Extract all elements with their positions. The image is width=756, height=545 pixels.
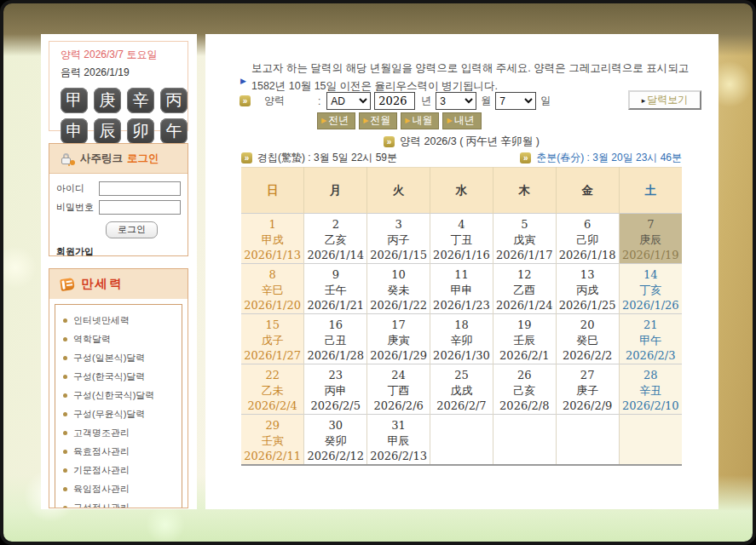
calendar-cell-8[interactable]: 8辛巳2026/1/20 bbox=[241, 264, 304, 314]
calendar-cell-19[interactable]: 19壬辰2026/2/1 bbox=[493, 314, 556, 364]
day-number: 21 bbox=[620, 318, 682, 333]
login-header: 사주링크 로그인 bbox=[49, 144, 188, 174]
day-number: 24 bbox=[367, 368, 430, 383]
day-lunar-date: 2026/2/6 bbox=[367, 399, 430, 414]
calendar-cell-18[interactable]: 18辛卯2026/1/30 bbox=[430, 314, 493, 364]
menu-item-5[interactable]: 구성(무윤식)달력 bbox=[63, 404, 182, 423]
menu-item-8[interactable]: 기문점사관리 bbox=[63, 461, 182, 479]
calendar-cell-17[interactable]: 17庚寅2026/1/29 bbox=[367, 314, 430, 364]
calendar-cell-14[interactable]: 14丁亥2026/1/26 bbox=[619, 264, 682, 314]
day-number: 31 bbox=[367, 418, 430, 433]
day-number: 9 bbox=[304, 267, 366, 283]
day-header-4: 木 bbox=[493, 168, 556, 214]
calendar-cell-7[interactable]: 7庚辰2026/1/19 bbox=[619, 214, 682, 264]
day-lunar-date: 2026/2/10 bbox=[620, 399, 682, 414]
calendar-cell-15[interactable]: 15戊子2026/1/27 bbox=[241, 314, 304, 364]
calendar-cell-31[interactable]: 31甲辰2026/2/13 bbox=[367, 415, 430, 466]
day-number: 28 bbox=[620, 368, 682, 383]
calendar-cell-5[interactable]: 5戊寅2026/1/17 bbox=[493, 214, 556, 264]
lock-icon bbox=[61, 152, 73, 165]
bullet-icon bbox=[63, 412, 67, 416]
nav-button-2[interactable]: ▶내월 bbox=[401, 112, 439, 129]
menu-item-label: 구성점사관리 bbox=[73, 502, 130, 509]
day-header-2: 火 bbox=[367, 168, 430, 214]
calendar-cell-2[interactable]: 2乙亥2026/1/14 bbox=[304, 214, 367, 264]
day-ganzhi: 壬午 bbox=[304, 283, 366, 298]
calendar-cell-6[interactable]: 6己卯2026/1/18 bbox=[556, 214, 619, 264]
menu-item-label: 역학달력 bbox=[73, 333, 111, 346]
month-unit-label: 월 bbox=[481, 94, 491, 108]
day-ganzhi: 辛丑 bbox=[620, 383, 682, 399]
day-lunar-date: 2026/2/2 bbox=[557, 348, 619, 364]
bullet-icon bbox=[63, 356, 67, 360]
calendar-cell-12[interactable]: 12乙酉2026/1/24 bbox=[493, 264, 556, 314]
calendar-cell-10[interactable]: 10癸未2026/1/22 bbox=[367, 264, 430, 314]
calendar-cell-empty bbox=[430, 415, 493, 466]
calendar-nav-buttons: ▶전년▶전월▶내월▶내년 bbox=[317, 112, 482, 129]
nav-button-3[interactable]: ▶내년 bbox=[442, 112, 481, 129]
menu-item-4[interactable]: 구성(신한국식)달력 bbox=[63, 386, 182, 404]
pillar-tile-2: 辛 bbox=[127, 88, 154, 113]
manseryeok-menu-panel: 만세력 인터넷만세력역학달력구성(일본식)달력구성(한국식)달력구성(신한국식)… bbox=[49, 268, 188, 508]
calendar-cell-25[interactable]: 25戊戌2026/2/7 bbox=[430, 364, 493, 415]
menu-item-0[interactable]: 인터넷만세력 bbox=[63, 311, 182, 330]
calendar-cell-21[interactable]: 21甲午2026/2/3 bbox=[619, 314, 682, 364]
solar-term-left: » 경칩(驚蟄) : 3월 5일 22시 59분 bbox=[241, 151, 397, 165]
view-calendar-button[interactable]: ▸달력보기 bbox=[628, 90, 701, 110]
nav-button-0[interactable]: ▶전년 bbox=[317, 112, 355, 129]
calendar-cell-23[interactable]: 23丙申2026/2/5 bbox=[304, 364, 367, 415]
calendar-cell-4[interactable]: 4丁丑2026/1/16 bbox=[430, 214, 493, 264]
id-input[interactable] bbox=[99, 181, 181, 196]
month-select[interactable]: 3 bbox=[436, 92, 476, 110]
day-number: 22 bbox=[241, 368, 303, 383]
password-input[interactable] bbox=[99, 200, 181, 215]
calendar-cell-30[interactable]: 30癸卯2026/2/12 bbox=[304, 415, 367, 466]
menu-item-10[interactable]: 구성점사관리 bbox=[63, 498, 182, 508]
menu-item-1[interactable]: 역학달력 bbox=[63, 330, 182, 348]
calendar-cell-29[interactable]: 29壬寅2026/2/11 bbox=[241, 415, 304, 466]
day-lunar-date: 2026/1/26 bbox=[620, 298, 682, 313]
calendar-cell-26[interactable]: 26己亥2026/2/8 bbox=[493, 364, 556, 415]
menu-item-2[interactable]: 구성(일본식)달력 bbox=[63, 348, 182, 367]
menu-item-3[interactable]: 구성(한국식)달력 bbox=[63, 367, 182, 386]
day-lunar-date: 2026/1/28 bbox=[304, 348, 366, 364]
login-button[interactable]: 로그인 bbox=[106, 221, 158, 238]
day-number: 20 bbox=[557, 318, 619, 333]
era-select[interactable]: AD bbox=[326, 92, 371, 110]
calendar-cell-1[interactable]: 1甲戌2026/1/13 bbox=[241, 214, 304, 264]
year-input[interactable] bbox=[374, 92, 415, 110]
day-ganzhi: 辛卯 bbox=[430, 333, 493, 348]
calendar-cell-3[interactable]: 3丙子2026/1/15 bbox=[367, 214, 430, 264]
calendar-cell-28[interactable]: 28辛丑2026/2/10 bbox=[619, 364, 682, 415]
menu-item-7[interactable]: 육효점사관리 bbox=[63, 442, 182, 461]
menu-item-6[interactable]: 고객명조관리 bbox=[63, 423, 182, 442]
day-ganzhi: 己亥 bbox=[493, 383, 556, 399]
day-lunar-date: 2026/1/21 bbox=[304, 298, 366, 313]
calendar-cell-27[interactable]: 27庚子2026/2/9 bbox=[556, 364, 619, 415]
day-lunar-date: 2026/1/24 bbox=[493, 298, 556, 313]
signup-link[interactable]: 회원가입 bbox=[56, 245, 94, 258]
bullet-icon bbox=[63, 468, 67, 473]
calendar-cell-24[interactable]: 24丁酉2026/2/6 bbox=[367, 364, 430, 415]
calendar-cell-20[interactable]: 20癸巳2026/2/2 bbox=[556, 314, 619, 364]
calendar-cell-9[interactable]: 9壬午2026/1/21 bbox=[304, 264, 367, 314]
day-ganzhi: 甲辰 bbox=[367, 433, 430, 449]
day-number: 8 bbox=[241, 267, 303, 283]
notebook-icon bbox=[60, 277, 75, 290]
pillar-tile-7: 午 bbox=[160, 118, 188, 144]
day-number: 2 bbox=[304, 217, 366, 232]
calendar-cell-22[interactable]: 22乙未2026/2/4 bbox=[241, 364, 304, 415]
menu-item-9[interactable]: 육임점사관리 bbox=[63, 479, 182, 498]
calendar-cell-16[interactable]: 16己丑2026/1/28 bbox=[304, 314, 367, 364]
day-number: 5 bbox=[493, 217, 556, 232]
nav-button-1[interactable]: ▶전월 bbox=[359, 112, 397, 129]
password-label: 비밀번호 bbox=[56, 201, 99, 214]
calendar-week-row: 22乙未2026/2/423丙申2026/2/524丁酉2026/2/625戊戌… bbox=[241, 364, 682, 415]
day-lunar-date: 2026/1/25 bbox=[557, 298, 619, 313]
day-number: 25 bbox=[430, 368, 493, 383]
calendar-title-row: » 양력 2026/3 ( 丙午년 辛卯월 ) bbox=[241, 135, 682, 149]
day-select[interactable]: 7 bbox=[495, 92, 536, 110]
calendar-cell-11[interactable]: 11甲申2026/1/23 bbox=[430, 264, 493, 314]
calendar-cell-13[interactable]: 13丙戌2026/1/25 bbox=[556, 264, 619, 314]
id-label: 아이디 bbox=[56, 182, 99, 195]
